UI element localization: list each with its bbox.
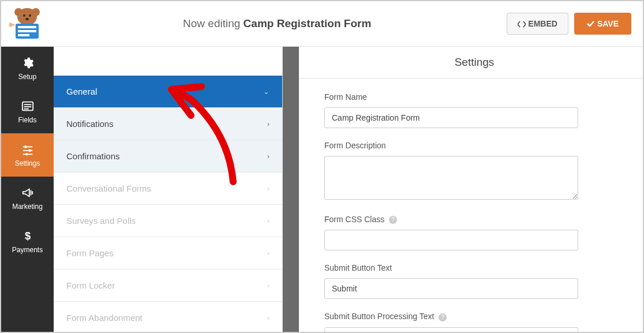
- nav-item-payments[interactable]: $ Payments: [1, 220, 54, 263]
- svg-text:$: $: [24, 230, 30, 242]
- svg-point-4: [29, 14, 31, 17]
- submit-text-input[interactable]: [324, 278, 578, 299]
- bullhorn-icon: [21, 186, 34, 199]
- top-bar: Now editing Camp Registration Form EMBED…: [1, 1, 643, 47]
- svg-point-17: [28, 149, 31, 152]
- nav-item-marketing[interactable]: Marketing: [1, 177, 54, 220]
- body-wrap: Setup Fields Settings Marketing $ Paymen…: [1, 47, 643, 332]
- field-submit-text: Submit Button Text: [324, 263, 624, 299]
- subnav-item-conversational[interactable]: Conversational Forms ›: [54, 173, 282, 205]
- nav-item-setup[interactable]: Setup: [1, 47, 54, 90]
- chevron-right-icon: ›: [267, 249, 269, 257]
- sub-nav-column: General ⌄ Notifications › Confirmations …: [54, 47, 283, 332]
- help-icon[interactable]: ?: [439, 313, 447, 321]
- subnav-item-surveys[interactable]: Surveys and Polls ›: [54, 205, 282, 237]
- sub-nav-list[interactable]: General ⌄ Notifications › Confirmations …: [54, 47, 283, 332]
- settings-title: Settings: [324, 56, 624, 78]
- wpforms-logo-icon: [7, 6, 47, 41]
- panel-gutter: [283, 47, 299, 332]
- nav-item-settings[interactable]: Settings: [1, 133, 54, 177]
- app-logo: [7, 6, 47, 41]
- field-submit-processing: Submit Button Processing Text ?: [324, 312, 624, 332]
- chevron-right-icon: ›: [267, 281, 269, 290]
- submit-text-label: Submit Button Text: [324, 263, 624, 272]
- subnav-item-form-abandonment[interactable]: Form Abandonment ›: [54, 302, 282, 332]
- svg-point-1: [14, 8, 23, 16]
- subnav-item-general[interactable]: General ⌄: [54, 76, 282, 108]
- submit-processing-label: Submit Button Processing Text ?: [324, 312, 624, 321]
- save-button[interactable]: SAVE: [574, 13, 631, 35]
- code-icon: [518, 21, 526, 28]
- form-name-input[interactable]: [324, 107, 578, 128]
- nav-item-fields[interactable]: Fields: [1, 90, 54, 133]
- help-icon[interactable]: ?: [389, 216, 397, 224]
- svg-rect-8: [18, 30, 36, 32]
- field-form-description: Form Description: [324, 141, 624, 202]
- chevron-down-icon: ⌄: [263, 87, 269, 96]
- svg-point-5: [25, 18, 29, 20]
- gear-icon: [21, 57, 34, 69]
- sliders-icon: [21, 143, 34, 156]
- field-form-css: Form CSS Class ?: [324, 215, 624, 250]
- subnav-item-form-pages[interactable]: Form Pages ›: [54, 237, 282, 270]
- form-css-input[interactable]: [324, 230, 578, 250]
- svg-point-19: [25, 152, 28, 155]
- svg-point-15: [24, 145, 27, 148]
- subnav-item-notifications[interactable]: Notifications ›: [54, 108, 282, 140]
- svg-point-3: [23, 14, 25, 17]
- chevron-right-icon: ›: [267, 119, 269, 128]
- svg-rect-7: [18, 26, 36, 28]
- nav-rail: Setup Fields Settings Marketing $ Paymen…: [1, 47, 54, 332]
- list-icon: [21, 100, 34, 113]
- submit-processing-input[interactable]: [324, 327, 578, 332]
- form-description-label: Form Description: [324, 141, 624, 150]
- dollar-icon: $: [21, 230, 34, 242]
- svg-point-2: [32, 8, 40, 16]
- check-icon: [587, 21, 594, 27]
- embed-button[interactable]: EMBED: [507, 13, 568, 35]
- chevron-right-icon: ›: [267, 184, 269, 193]
- header-title: Now editing Camp Registration Form: [47, 17, 507, 30]
- divider: [299, 78, 643, 78]
- settings-content: Settings Form Name Form Description Form…: [299, 47, 643, 332]
- chevron-right-icon: ›: [267, 152, 269, 160]
- field-form-name: Form Name: [324, 92, 624, 128]
- svg-rect-9: [18, 34, 29, 36]
- chevron-right-icon: ›: [267, 216, 269, 225]
- form-name-label: Form Name: [324, 92, 624, 102]
- form-css-label: Form CSS Class ?: [324, 215, 624, 224]
- form-description-input[interactable]: [324, 156, 578, 200]
- subnav-item-form-locker[interactable]: Form Locker ›: [54, 270, 282, 302]
- subnav-item-confirmations[interactable]: Confirmations ›: [54, 140, 282, 173]
- chevron-right-icon: ›: [267, 313, 269, 322]
